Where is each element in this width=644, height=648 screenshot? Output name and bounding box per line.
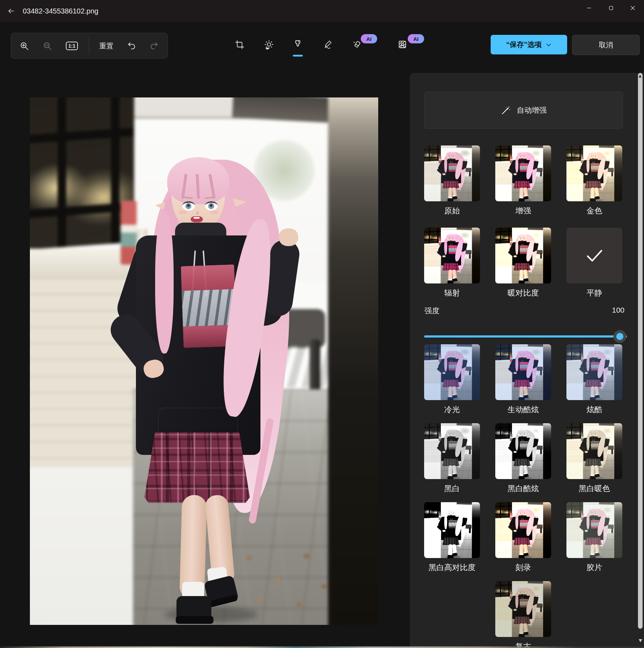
filter-thumb[interactable] — [495, 423, 551, 479]
filter-grid-top: 原始 — [424, 145, 622, 310]
photo-subject — [424, 423, 480, 479]
filter-thumb[interactable] — [424, 423, 480, 479]
filter-option: 原始 — [424, 145, 480, 228]
photo-artwork — [495, 581, 551, 637]
redo-icon — [149, 41, 159, 51]
save-options-button[interactable]: “保存”选项 — [491, 35, 567, 54]
filter-option: 暖对比度 — [495, 228, 551, 310]
maximize-button[interactable] — [603, 0, 619, 16]
filter-label: 黑白高对比度 — [424, 563, 480, 573]
filter-thumb[interactable] — [566, 145, 622, 201]
filter-thumb[interactable] — [566, 344, 622, 400]
actual-size-label: 1:1 — [66, 42, 78, 50]
slider-track[interactable] — [424, 335, 627, 338]
filter-thumb[interactable] — [424, 145, 480, 201]
filter-thumb[interactable] — [424, 344, 480, 400]
undo-button[interactable] — [123, 38, 140, 54]
filter-preview — [495, 581, 551, 637]
reset-button[interactable]: 重置 — [94, 38, 119, 54]
photo-subject — [424, 228, 480, 283]
scrollbar-down-arrow-icon[interactable] — [639, 639, 642, 642]
background-person-icon — [397, 39, 407, 49]
photo-artwork — [424, 423, 480, 479]
photo-subject — [495, 502, 551, 558]
filter-tint-overlay — [495, 344, 551, 400]
zoom-in-icon — [20, 41, 29, 51]
filter-thumb[interactable] — [495, 581, 551, 637]
edited-photo — [30, 97, 378, 625]
intensity-slider[interactable] — [424, 329, 627, 344]
filter-label: 辐射 — [424, 288, 480, 298]
zoom-out-button[interactable] — [39, 38, 56, 54]
selected-tool-underline — [293, 55, 303, 57]
filter-label: 冷光 — [424, 405, 480, 415]
filter-option: 炫酷 — [566, 344, 622, 423]
filter-thumb[interactable] — [495, 228, 551, 283]
light-adjust-tool-button[interactable] — [261, 37, 277, 52]
slider-handle[interactable] — [613, 330, 626, 343]
check-icon — [584, 245, 606, 267]
filter-label: 金色 — [566, 206, 622, 216]
filter-option: 金色 — [566, 145, 622, 228]
photo-subject — [495, 145, 551, 201]
ai-badge: AI — [408, 34, 424, 43]
close-button[interactable] — [624, 0, 641, 16]
filter-thumb[interactable] — [424, 502, 480, 558]
markup-tool-button[interactable] — [321, 37, 336, 52]
filter-preview — [495, 145, 551, 201]
filter-option: 平静 — [566, 228, 622, 310]
minimize-icon — [587, 6, 591, 10]
filter-thumb[interactable] — [495, 344, 551, 400]
filter-option: 增强 — [495, 145, 551, 228]
actual-size-button[interactable]: 1:1 — [64, 38, 80, 54]
filter-label: 平静 — [566, 288, 622, 298]
desktop-edge-strip — [0, 647, 644, 648]
back-button[interactable] — [4, 4, 18, 18]
photo-artwork — [424, 228, 480, 283]
crop-tool-button[interactable] — [232, 37, 247, 52]
filter-preview — [566, 423, 622, 479]
photo-artwork — [566, 145, 622, 201]
pen-icon — [323, 39, 333, 49]
filter-option: 黑白酷炫 — [495, 423, 551, 502]
panel-scrollbar[interactable] — [638, 73, 643, 629]
filter-label: 刻录 — [495, 563, 551, 573]
magic-eraser-icon — [352, 39, 362, 49]
paintbrush-icon — [293, 39, 303, 49]
filter-option: 复古 — [495, 581, 551, 648]
scrollbar-up-arrow-icon[interactable] — [639, 75, 642, 78]
auto-enhance-label: 自动增强 — [517, 105, 547, 115]
filter-preview — [495, 423, 551, 479]
maximize-icon — [609, 6, 613, 10]
filter-option: 刻录 — [495, 502, 551, 581]
filter-label: 生动酷炫 — [495, 405, 551, 415]
filter-thumb[interactable] — [495, 502, 551, 558]
minimize-button[interactable] — [581, 0, 597, 16]
redo-button[interactable] — [146, 38, 162, 54]
filter-thumb[interactable] — [495, 145, 551, 201]
ai-badge: AI — [361, 34, 377, 43]
filter-option: 生动酷炫 — [495, 344, 551, 423]
filter-thumb[interactable] — [566, 502, 622, 558]
filter-option: 辐射 — [424, 228, 480, 310]
filter-tool-button-selected[interactable] — [290, 37, 306, 52]
auto-enhance-button[interactable]: 自动增强 — [424, 92, 623, 129]
photo-subject — [495, 423, 551, 479]
filter-label: 炫酷 — [566, 405, 622, 415]
filter-thumb-selected[interactable] — [566, 228, 622, 283]
filter-preview — [424, 145, 480, 201]
zoom-in-button[interactable] — [16, 38, 32, 54]
filter-option: 黑白 — [424, 423, 480, 502]
cancel-button[interactable]: 取消 — [572, 35, 640, 55]
filter-preview — [424, 502, 480, 558]
filter-option: 冷光 — [424, 344, 480, 423]
filter-preview — [495, 502, 551, 558]
filter-option: 黑白暖色 — [566, 423, 622, 502]
filter-preview — [495, 228, 551, 283]
filter-tint-overlay — [566, 502, 622, 558]
filter-label: 黑白酷炫 — [495, 484, 551, 494]
filter-thumb[interactable] — [424, 228, 480, 283]
filter-thumb[interactable] — [566, 423, 622, 479]
photo-subject — [424, 145, 480, 201]
back-arrow-icon — [7, 7, 15, 15]
